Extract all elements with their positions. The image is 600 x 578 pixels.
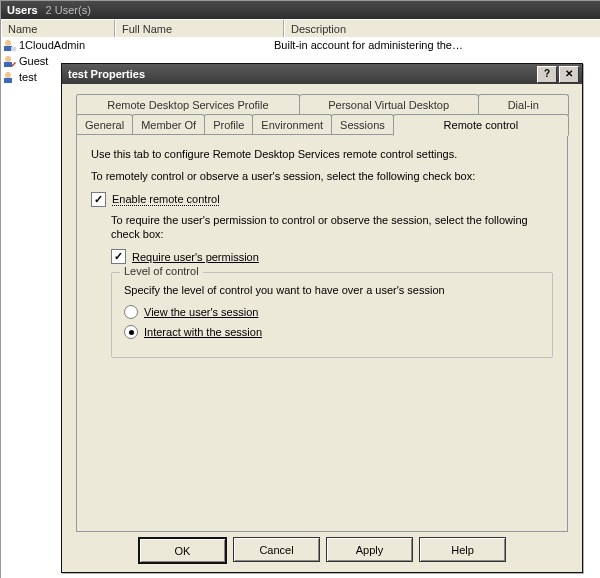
- svg-rect-6: [4, 78, 12, 83]
- tab-general[interactable]: General: [76, 114, 133, 135]
- user-icon: [3, 54, 17, 68]
- tab-environment[interactable]: Environment: [252, 114, 332, 135]
- tab-dialin[interactable]: Dial-in: [478, 94, 570, 115]
- col-name[interactable]: Name: [1, 20, 115, 38]
- dialog-body: Remote Desktop Services Profile Personal…: [62, 84, 582, 572]
- para1: To remotely control or observe a user's …: [91, 169, 553, 183]
- svg-rect-2: [11, 47, 16, 51]
- svg-point-0: [5, 40, 11, 46]
- enable-remote-checkbox[interactable]: [91, 192, 106, 207]
- enable-remote-row[interactable]: Enable remote control: [91, 192, 553, 207]
- tab-personal-vd[interactable]: Personal Virtual Desktop: [299, 94, 479, 115]
- remote-control-panel: Use this tab to configure Remote Desktop…: [76, 134, 568, 532]
- user-icon: [3, 70, 17, 84]
- tab-rds-profile[interactable]: Remote Desktop Services Profile: [76, 94, 300, 115]
- user-name: 1CloudAdmin: [19, 39, 119, 51]
- require-permission-label: Require user's permission: [132, 251, 259, 263]
- tab-remote-control[interactable]: Remote control: [393, 114, 569, 136]
- window: Users 2 User(s) Name Full Name Descripti…: [0, 0, 600, 578]
- dialog-title: test Properties: [65, 68, 535, 80]
- level-of-control-group: Level of control Specify the level of co…: [111, 272, 553, 358]
- properties-dialog: test Properties ? ✕ Remote Desktop Servi…: [61, 63, 583, 573]
- app-header: Users 2 User(s): [1, 1, 600, 19]
- interact-session-row[interactable]: Interact with the session: [124, 325, 540, 339]
- group-legend: Level of control: [120, 265, 203, 277]
- view-session-label: View the user's session: [144, 306, 258, 318]
- enable-remote-label: Enable remote control: [112, 193, 220, 205]
- interact-session-radio[interactable]: [124, 325, 138, 339]
- require-permission-row[interactable]: Require user's permission: [111, 249, 553, 264]
- para2: To require the user's permission to cont…: [111, 213, 553, 242]
- apply-button[interactable]: Apply: [326, 537, 413, 562]
- column-headers: Name Full Name Description: [1, 19, 600, 39]
- svg-rect-1: [4, 46, 12, 51]
- col-fullname[interactable]: Full Name: [115, 20, 284, 38]
- view-session-row[interactable]: View the user's session: [124, 305, 540, 319]
- header-count: 2 User(s): [46, 4, 91, 16]
- cancel-button[interactable]: Cancel: [233, 537, 320, 562]
- help-button[interactable]: Help: [419, 537, 506, 562]
- col-description[interactable]: Description: [284, 20, 600, 38]
- tab-memberof[interactable]: Member Of: [132, 114, 205, 135]
- list-item[interactable]: 1CloudAdmin Built-in account for adminis…: [1, 37, 600, 53]
- user-description: Built-in account for administering the…: [274, 39, 600, 51]
- header-title: Users: [7, 4, 38, 16]
- svg-point-5: [5, 72, 11, 78]
- user-icon: [3, 38, 17, 52]
- require-permission-checkbox[interactable]: [111, 249, 126, 264]
- button-bar: OK Cancel Apply Help: [62, 537, 582, 564]
- intro-text: Use this tab to configure Remote Desktop…: [91, 147, 553, 161]
- group-intro: Specify the level of control you want to…: [124, 283, 540, 297]
- tab-profile[interactable]: Profile: [204, 114, 253, 135]
- view-session-radio[interactable]: [124, 305, 138, 319]
- ok-button[interactable]: OK: [138, 537, 227, 564]
- titlebar[interactable]: test Properties ? ✕: [62, 64, 582, 84]
- tabstrip: Remote Desktop Services Profile Personal…: [76, 94, 568, 134]
- interact-session-label: Interact with the session: [144, 326, 262, 338]
- help-titlebar-button[interactable]: ?: [537, 66, 557, 83]
- tab-sessions[interactable]: Sessions: [331, 114, 394, 135]
- svg-rect-4: [4, 62, 12, 67]
- svg-point-3: [5, 56, 11, 62]
- close-button[interactable]: ✕: [559, 66, 579, 83]
